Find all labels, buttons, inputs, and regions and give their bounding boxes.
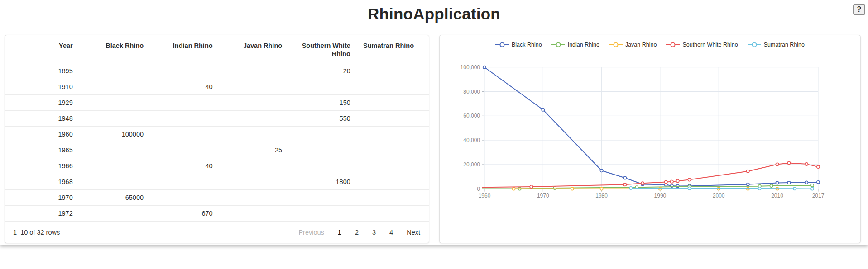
table-cell: 20 [282,63,350,79]
table-cell [144,127,213,142]
table-body: 1895201910401929150194855019601000001965… [5,63,429,222]
table-cell [350,95,429,111]
page-title: RhinoApplication [0,0,868,23]
table-cell [350,158,429,174]
page-number-button[interactable]: 3 [372,229,376,236]
table-cell [350,206,429,222]
table-cell [350,174,429,190]
table-cell [144,142,213,158]
main-content: YearBlack RhinoIndian RhinoJavan RhinoSo… [0,35,868,243]
table-cell [213,127,283,142]
svg-text:1970: 1970 [537,193,549,199]
table-cell: 550 [282,111,350,127]
table-row: 1960100000 [5,127,429,142]
table-row: 1929150 [5,95,429,111]
table-cell [350,127,429,142]
table-row: 191040 [5,79,429,95]
table-cell [144,174,213,190]
page-number-button[interactable]: 1 [338,229,341,236]
table-cell [213,111,283,127]
column-header: Black Rhino [73,35,144,63]
column-header: Year [5,35,73,63]
table-row: 1948550 [5,111,429,127]
svg-text:100,000: 100,000 [460,64,480,71]
table-cell [213,174,283,190]
table-cell: 1968 [5,174,73,190]
table-cell [73,142,144,158]
table-cell [73,111,144,127]
rhino-chart-card: Black RhinoIndian RhinoJavan RhinoSouthe… [439,35,861,243]
table-row: 197065000 [5,190,429,206]
table-cell: 1910 [5,79,73,95]
table-cell [282,142,350,158]
table-cell: 1960 [5,127,73,142]
table-cell: 1970 [5,190,73,206]
table-row: 189520 [5,63,429,79]
table-cell [73,174,144,190]
table-cell [282,190,350,206]
app-window: RhinoApplication ? YearBlack RhinoIndian… [0,0,868,245]
svg-text:1980: 1980 [595,193,608,199]
table-cell: 1895 [5,63,73,79]
column-header: Southern White Rhino [282,35,350,63]
rows-summary: 1–10 of 32 rows [13,229,60,236]
rhino-table: YearBlack RhinoIndian RhinoJavan RhinoSo… [5,35,429,222]
table-cell [73,158,144,174]
column-header: Indian Rhino [144,35,213,63]
svg-text:1960: 1960 [479,193,491,199]
table-cell [350,63,429,79]
svg-text:80,000: 80,000 [463,89,480,95]
table-cell [73,63,144,79]
table-cell [73,206,144,222]
table-cell [144,95,213,111]
svg-text:20,000: 20,000 [463,161,480,168]
table-cell [282,127,350,142]
svg-text:0: 0 [477,186,480,192]
table-row: 196640 [5,158,429,174]
page-number-button[interactable]: 4 [389,229,393,236]
table-cell [213,79,283,95]
table-cell [213,95,283,111]
table-cell: 1948 [5,111,73,127]
table-row: 1972670 [5,206,429,222]
table-cell [144,111,213,127]
column-header: Javan Rhino [213,35,283,63]
table-cell [213,158,283,174]
table-cell [350,142,429,158]
next-button[interactable]: Next [407,229,420,236]
table-cell [73,79,144,95]
table-row: 19681800 [5,174,429,190]
table-cell: 1929 [5,95,73,111]
rhino-chart-svg: 020,00040,00060,00080,000100,00019601970… [440,35,861,244]
table-cell [213,190,283,206]
table-row: 196525 [5,142,429,158]
table-cell [350,79,429,95]
table-cell: 1972 [5,206,73,222]
help-button[interactable]: ? [853,4,865,15]
table-cell: 100000 [73,127,144,142]
table-cell: 1800 [282,174,350,190]
table-cell: 40 [144,79,213,95]
table-cell: 65000 [73,190,144,206]
table-cell [144,63,213,79]
rhino-table-card: YearBlack RhinoIndian RhinoJavan RhinoSo… [5,35,429,243]
table-cell: 1965 [5,142,73,158]
table-cell: 1966 [5,158,73,174]
pagination: Previous 1234 Next [298,229,420,236]
table-cell [350,190,429,206]
table-cell [350,111,429,127]
svg-text:2000: 2000 [713,193,725,199]
table-footer: 1–10 of 32 rows Previous 1234 Next [5,222,429,243]
page-number-button[interactable]: 2 [355,229,359,236]
table-cell [282,206,350,222]
column-header: Sumatran Rhino [350,35,429,63]
table-cell [282,158,350,174]
table-cell [213,206,283,222]
svg-text:2017: 2017 [812,193,825,199]
table-cell: 150 [282,95,350,111]
app-header: RhinoApplication ? [0,0,868,35]
table-cell: 25 [213,142,283,158]
previous-button[interactable]: Previous [298,229,324,236]
table-cell: 40 [144,158,213,174]
table-cell [144,190,213,206]
